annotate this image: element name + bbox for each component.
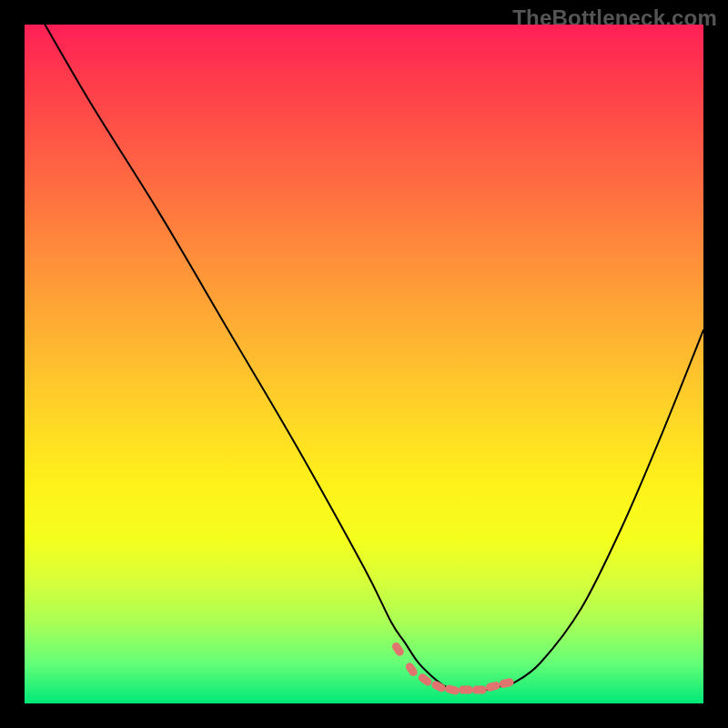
- marker-dash: [404, 662, 419, 678]
- chart-frame: TheBottleneck.com: [0, 0, 728, 728]
- marker-dash: [472, 686, 487, 694]
- marker-dash: [459, 686, 473, 694]
- marker-dash: [390, 641, 405, 657]
- bottleneck-curve: [45, 25, 703, 690]
- chart-svg: [25, 25, 703, 703]
- marker-dash: [444, 684, 460, 696]
